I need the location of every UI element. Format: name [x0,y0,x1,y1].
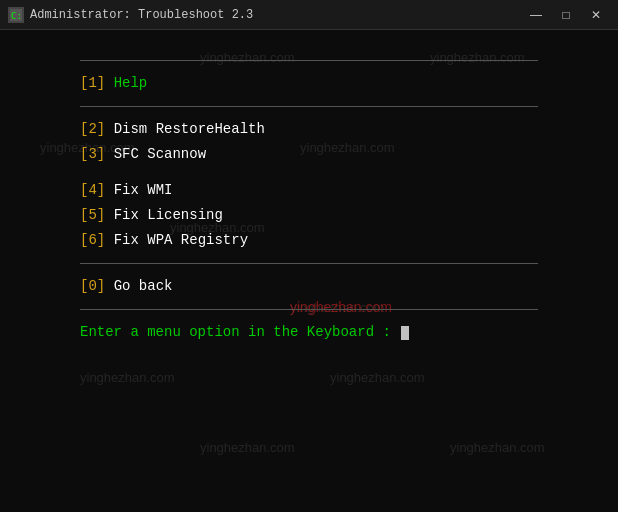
menu-item-3: [3] SFC Scannow [80,142,538,167]
menu-item-1: [1] Help [80,71,538,96]
svg-text:C:: C: [11,11,22,21]
watermark: yinghezhan.com [330,370,425,385]
cursor [401,326,409,340]
menu-num-1: [1] [80,75,105,91]
menu-item-2: [2] Dism RestoreHealth [80,117,538,142]
terminal-icon: C: [8,7,24,23]
titlebar-left: C: Administrator: Troubleshoot 2.3 [8,7,253,23]
menu-label-4: Fix WMI [114,182,173,198]
watermark: yinghezhan.com [450,440,545,455]
menu-item-6: [6] Fix WPA Registry [80,228,538,253]
menu-item-4: [4] Fix WMI [80,178,538,203]
divider-top [80,60,538,61]
divider-4 [80,309,538,310]
menu-label-1: Help [114,75,148,91]
titlebar: C: Administrator: Troubleshoot 2.3 — □ ✕ [0,0,618,30]
menu-num-3: [3] [80,146,105,162]
watermark: yinghezhan.com [80,370,175,385]
minimize-button[interactable]: — [522,4,550,26]
menu-label-5: Fix Licensing [114,207,223,223]
menu-num-4: [4] [80,182,105,198]
menu-num-6: [6] [80,232,105,248]
menu-num-0: [0] [80,278,105,294]
menu-num-2: [2] [80,121,105,137]
divider-2 [80,106,538,107]
titlebar-title: Administrator: Troubleshoot 2.3 [30,8,253,22]
close-button[interactable]: ✕ [582,4,610,26]
menu-num-5: [5] [80,207,105,223]
menu-label-3: SFC Scannow [114,146,206,162]
maximize-button[interactable]: □ [552,4,580,26]
menu-label-2: Dism RestoreHealth [114,121,265,137]
prompt-text: Enter a menu option in the Keyboard : [80,324,391,340]
divider-3 [80,263,538,264]
menu-item-5: [5] Fix Licensing [80,203,538,228]
menu-item-0: [0] Go back [80,274,538,299]
console-area: [1] Help [2] Dism RestoreHealth [3] SFC … [0,30,618,366]
titlebar-controls: — □ ✕ [522,4,610,26]
menu-label-6: Fix WPA Registry [114,232,248,248]
menu-label-0: Go back [114,278,173,294]
watermark: yinghezhan.com [200,440,295,455]
prompt-line: Enter a menu option in the Keyboard : [80,320,538,345]
